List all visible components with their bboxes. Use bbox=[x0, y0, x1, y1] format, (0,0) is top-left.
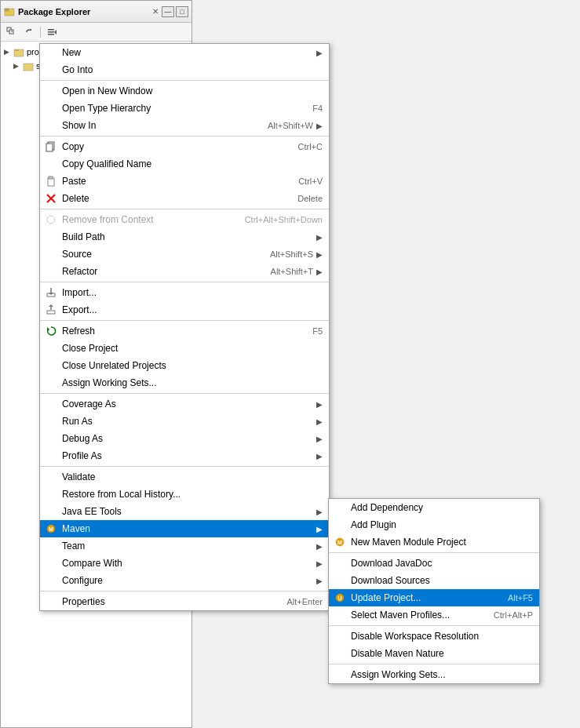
svg-point-17 bbox=[47, 216, 55, 224]
separator-5 bbox=[40, 320, 329, 321]
panel-toolbar bbox=[1, 23, 192, 42]
menu-item-team[interactable]: Team ▶ bbox=[40, 537, 329, 555]
panel-close-icon: ✕ bbox=[152, 7, 159, 16]
menu-label-maven: Maven bbox=[62, 523, 90, 534]
svg-text:U: U bbox=[337, 595, 341, 601]
minimize-button[interactable]: — bbox=[162, 6, 174, 17]
window-controls: — □ bbox=[162, 6, 188, 17]
submenu-label-add-plugin: Add Plugin bbox=[351, 519, 396, 530]
menu-item-remove-context[interactable]: Remove from Context Ctrl+Alt+Shift+Down bbox=[40, 211, 329, 228]
menu-item-coverage-as[interactable]: Coverage As ▶ bbox=[40, 395, 329, 413]
svg-rect-14 bbox=[49, 177, 53, 179]
menu-arrow-maven: ▶ bbox=[316, 525, 323, 533]
menu-item-source[interactable]: Source Alt+Shift+S ▶ bbox=[40, 246, 329, 263]
submenu-label-update-project: Update Project... bbox=[351, 592, 421, 603]
menu-item-open-new-window[interactable]: Open in New Window bbox=[40, 82, 329, 100]
update-project-icon: U bbox=[334, 592, 346, 604]
menu-item-properties[interactable]: Properties Alt+Enter bbox=[40, 593, 329, 610]
submenu-item-update-project[interactable]: U Update Project... Alt+F5 bbox=[329, 589, 539, 606]
menu-label-show-in: Show In bbox=[62, 120, 96, 131]
link-editor-button[interactable] bbox=[21, 25, 37, 39]
shortcut-paste: Ctrl+V bbox=[298, 177, 323, 186]
menu-item-debug-as[interactable]: Debug As ▶ bbox=[40, 430, 329, 447]
menu-item-new[interactable]: New ▶ bbox=[40, 44, 329, 61]
menu-label-refresh: Refresh bbox=[62, 326, 95, 337]
menu-item-build-path[interactable]: Build Path ▶ bbox=[40, 228, 329, 246]
menu-arrow-compare-with: ▶ bbox=[316, 559, 323, 568]
submenu-item-assign-working-sets[interactable]: Assign Working Sets... bbox=[329, 666, 539, 683]
menu-label-copy-qualified: Copy Qualified Name bbox=[62, 158, 151, 169]
menu-item-show-in[interactable]: Show In Alt+Shift+W ▶ bbox=[40, 117, 329, 134]
export-icon bbox=[45, 304, 57, 316]
copy-icon bbox=[45, 140, 57, 153]
menu-item-delete[interactable]: Delete Delete bbox=[40, 190, 329, 207]
menu-item-close-unrelated[interactable]: Close Unrelated Projects bbox=[40, 357, 329, 374]
menu-arrow-source: ▶ bbox=[316, 250, 323, 259]
menu-item-profile-as[interactable]: Profile As ▶ bbox=[40, 447, 329, 464]
menu-item-close-project[interactable]: Close Project bbox=[40, 340, 329, 357]
menu-item-maven[interactable]: M Maven ▶ bbox=[40, 520, 329, 537]
separator-6 bbox=[40, 393, 329, 394]
submenu-item-disable-workspace[interactable]: Disable Workspace Resolution bbox=[329, 628, 539, 645]
menu-item-validate[interactable]: Validate bbox=[40, 468, 329, 486]
menu-label-restore-history: Restore from Local History... bbox=[62, 489, 181, 500]
menu-item-restore-history[interactable]: Restore from Local History... bbox=[40, 486, 329, 503]
menu-item-java-ee-tools[interactable]: Java EE Tools ▶ bbox=[40, 503, 329, 520]
menu-item-go-into[interactable]: Go Into bbox=[40, 61, 329, 78]
view-menu-button[interactable] bbox=[44, 25, 60, 39]
refresh-icon bbox=[45, 325, 57, 337]
submenu-item-select-maven-profiles[interactable]: Select Maven Profiles... Ctrl+Alt+P bbox=[329, 606, 539, 624]
submenu-item-new-maven-module[interactable]: M New Maven Module Project bbox=[329, 533, 539, 551]
menu-item-refresh[interactable]: Refresh F5 bbox=[40, 322, 329, 340]
menu-label-refactor: Refactor bbox=[62, 266, 97, 277]
menu-item-run-as[interactable]: Run As ▶ bbox=[40, 413, 329, 430]
submenu-label-select-maven-profiles: Select Maven Profiles... bbox=[351, 610, 450, 621]
svg-marker-8 bbox=[54, 30, 57, 35]
svg-rect-12 bbox=[46, 144, 53, 151]
menu-label-team: Team bbox=[62, 541, 85, 551]
submenu-separator-2 bbox=[329, 625, 539, 626]
menu-item-paste[interactable]: Paste Ctrl+V bbox=[40, 173, 329, 190]
menu-item-open-type-hierarchy[interactable]: Open Type Hierarchy F4 bbox=[40, 100, 329, 117]
menu-arrow-refactor: ▶ bbox=[316, 268, 323, 276]
menu-item-import[interactable]: Import... bbox=[40, 284, 329, 301]
collapse-all-button[interactable] bbox=[4, 25, 20, 39]
menu-label-build-path: Build Path bbox=[62, 231, 105, 242]
panel-header: Package Explorer ✕ — □ bbox=[1, 1, 192, 23]
menu-item-copy[interactable]: Copy Ctrl+C bbox=[40, 138, 329, 155]
submenu-label-download-sources: Download Sources bbox=[351, 575, 430, 586]
svg-text:M: M bbox=[337, 540, 342, 545]
panel-title: Package Explorer bbox=[18, 7, 149, 16]
menu-item-copy-qualified[interactable]: Copy Qualified Name bbox=[40, 155, 329, 173]
shortcut-refactor: Alt+Shift+T bbox=[271, 267, 313, 276]
menu-item-export[interactable]: Export... bbox=[40, 301, 329, 318]
submenu-item-download-sources[interactable]: Download Sources bbox=[329, 572, 539, 589]
shortcut-update-project: Alt+F5 bbox=[508, 593, 533, 602]
submenu-item-add-plugin[interactable]: Add Plugin bbox=[329, 516, 539, 533]
shortcut-show-in: Alt+Shift+W bbox=[268, 121, 313, 130]
menu-item-configure[interactable]: Configure ▶ bbox=[40, 572, 329, 589]
svg-rect-7 bbox=[48, 34, 54, 35]
maximize-button[interactable]: □ bbox=[176, 6, 188, 17]
menu-item-compare-with[interactable]: Compare With ▶ bbox=[40, 555, 329, 572]
submenu-item-disable-maven-nature[interactable]: Disable Maven Nature bbox=[329, 645, 539, 662]
submenu-item-add-dependency[interactable]: Add Dependency bbox=[329, 499, 539, 516]
menu-arrow-profile-as: ▶ bbox=[316, 452, 323, 460]
package-explorer-icon bbox=[4, 6, 15, 17]
menu-item-refactor[interactable]: Refactor Alt+Shift+T ▶ bbox=[40, 263, 329, 280]
toolbar-separator bbox=[40, 27, 41, 38]
separator-2 bbox=[40, 136, 329, 136]
menu-label-compare-with: Compare With bbox=[62, 558, 122, 569]
maven-icon: M bbox=[45, 522, 57, 535]
svg-rect-1 bbox=[5, 9, 9, 11]
submenu-label-download-javadoc: Download JavaDoc bbox=[351, 558, 432, 569]
new-maven-module-icon: M bbox=[334, 536, 346, 548]
svg-text:M: M bbox=[49, 526, 53, 532]
svg-rect-10 bbox=[24, 64, 33, 71]
submenu-label-disable-workspace: Disable Workspace Resolution bbox=[351, 631, 479, 642]
menu-item-assign-working-sets-1[interactable]: Assign Working Sets... bbox=[40, 374, 329, 391]
submenu-label-new-maven-module: New Maven Module Project bbox=[351, 537, 466, 548]
submenu-item-download-javadoc[interactable]: Download JavaDoc bbox=[329, 555, 539, 572]
menu-label-export: Export... bbox=[62, 304, 97, 315]
svg-marker-23 bbox=[49, 304, 53, 307]
